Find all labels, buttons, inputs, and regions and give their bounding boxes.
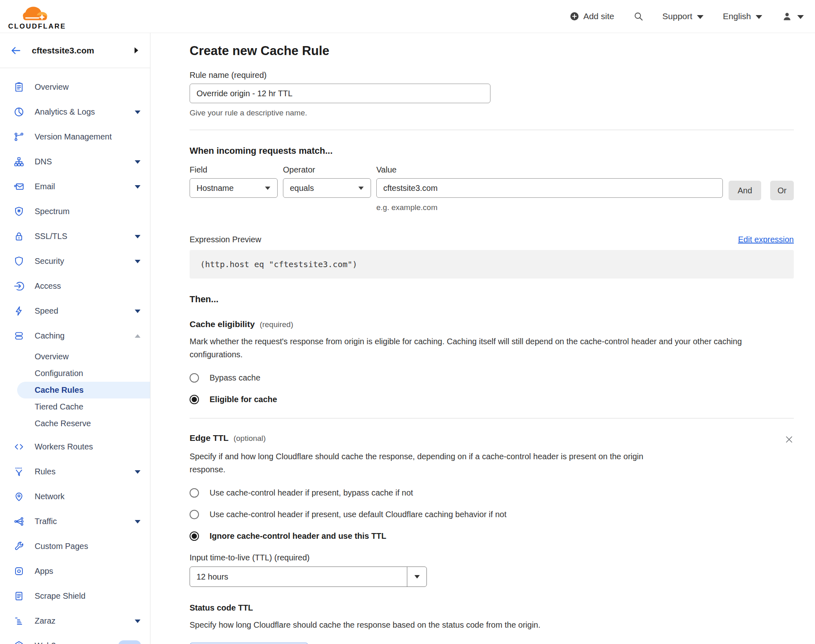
edit-expression-link[interactable]: Edit expression [738,235,794,244]
divider [190,418,794,418]
radio-unselected-icon[interactable] [190,488,199,498]
sidebar-item-spectrum[interactable]: Spectrum [0,199,150,224]
sidebar-item-web3[interactable]: Web3New [0,633,150,644]
field-select[interactable]: Hostname [190,178,278,198]
radio-option-ignore-cache-control-header-and-use-this-ttl[interactable]: Ignore cache-control header and use this… [190,531,794,541]
cloudflare-logo-text: CLOUDFLARE [8,23,66,30]
sidebar-item-label: SSL/TLS [35,232,134,241]
sidebar-item-apps[interactable]: Apps [0,559,150,584]
radio-unselected-icon[interactable] [190,373,199,383]
sidebar-item-security[interactable]: Security [0,249,150,274]
ttl-select[interactable]: 12 hours [190,567,427,587]
support-label: Support [663,11,693,21]
ttl-select-caret-button[interactable] [407,567,426,586]
sidebar-item-label: Spectrum [35,207,141,216]
sidebar-item-speed[interactable]: Speed [0,299,150,323]
sidebar-item-label: Zaraz [35,616,134,626]
close-icon[interactable] [784,435,794,444]
rule-name-input[interactable] [190,84,490,103]
radio-option-bypass-cache[interactable]: Bypass cache [190,373,794,383]
web3-hex-icon [13,640,24,644]
radio-label: Use cache-control header if present, use… [210,510,506,519]
git-branch-icon [13,131,24,143]
sidebar-item-caching-configuration[interactable]: Configuration [0,365,150,382]
sidebar-item-email[interactable]: Email [0,174,150,199]
add-site-label: Add site [583,11,614,21]
account-menu[interactable] [782,11,804,22]
sidebar-item-label: Apps [35,567,141,576]
sidebar-item-dns[interactable]: DNS [0,149,150,174]
sidebar-item-custom-pages[interactable]: Custom Pages [0,534,150,559]
share-nodes-icon [13,516,24,527]
language-menu[interactable]: English [723,11,763,21]
radio-option-use-cache-control-header-if-present-use-default-cloudflare-caching-behavior-if-not[interactable]: Use cache-control header if present, use… [190,510,794,519]
sidebar-item-analytics-logs[interactable]: Analytics & Logs [0,100,150,124]
match-heading: When incoming requests match... [190,146,794,156]
add-site-button[interactable]: Add site [570,11,614,21]
required-note: (required) [260,320,293,329]
chevron-up-icon [134,334,141,339]
sidebar-item-workers-routes[interactable]: Workers Routes [0,434,150,459]
radio-selected-icon[interactable] [190,531,199,541]
edge-ttl-heading: Edge TTL [190,433,229,443]
sidebar-item-label: Traffic [35,517,134,526]
sidebar-item-caching-cache-rules[interactable]: Cache Rules [17,382,150,398]
sidebar-item-access[interactable]: Access [0,274,150,299]
match-row: Field Hostname Operator equals [190,165,794,212]
sidebar-item-label: Scrape Shield [35,591,141,601]
optional-note: (optional) [234,434,266,443]
ttl-label: Input time-to-live (TTL) (required) [190,553,794,562]
rule-name-help: Give your rule a descriptive name. [190,108,794,117]
value-input[interactable] [376,178,723,198]
sidebar-item-caching-tiered-cache[interactable]: Tiered Cache [0,398,150,415]
sidebar-item-version-management[interactable]: Version Management [0,124,150,149]
sidebar-item-zaraz[interactable]: Zaraz [0,609,150,633]
sidebar-item-rules[interactable]: Rules [0,459,150,484]
radio-label: Ignore cache-control header and use this… [210,531,386,541]
back-arrow-icon[interactable] [10,44,22,57]
page-title: Create new Cache Rule [190,44,794,58]
sidebar-item-label: Analytics & Logs [35,107,134,117]
sidebar-item-traffic[interactable]: Traffic [0,509,150,534]
sidebar-item-label: Security [35,257,134,266]
pie-chart-icon [13,106,24,118]
new-badge: New [118,640,141,644]
sidebar-item-network[interactable]: Network [0,484,150,509]
map-pin-icon [13,491,24,502]
sidebar-item-label: Workers Routes [35,442,141,451]
sidebar-item-caching-cache-reserve[interactable]: Cache Reserve [0,415,150,432]
and-button[interactable]: And [729,181,761,200]
shield-asterisk-icon [13,206,24,217]
sidebar-item-label: Caching [35,331,134,341]
search-button[interactable] [633,11,644,22]
sidebar-item-label: Custom Pages [35,542,141,551]
then-heading: Then... [190,294,794,305]
sidebar-item-label: Rules [35,467,134,476]
operator-select[interactable]: equals [283,178,371,198]
chevron-down-icon [134,619,141,624]
chevron-down-icon [134,234,141,239]
sidebar-item-caching[interactable]: Caching [0,323,150,348]
chevron-down-icon [358,186,364,190]
sidebar-item-caching-overview[interactable]: Overview [0,348,150,365]
funnel-icon [13,466,24,478]
radio-selected-icon[interactable] [190,395,199,404]
sidebar-item-scrape-shield[interactable]: Scrape Shield [0,584,150,609]
cache-eligibility-description: Mark whether the request's response from… [190,335,794,361]
or-button[interactable]: Or [770,181,794,200]
operator-select-value: equals [290,184,314,193]
site-name: cftestsite3.com [32,46,124,55]
sidebar: cftestsite3.com OverviewAnalytics & Logs… [0,33,150,644]
chevron-down-icon [134,159,141,164]
clipboard-icon [13,82,24,93]
sidebar-item-overview[interactable]: Overview [0,75,150,100]
radio-unselected-icon[interactable] [190,510,199,519]
sidebar-item-ssl-tls[interactable]: SSL/TLS [0,224,150,249]
chevron-down-icon [797,14,804,20]
main-content: Create new Cache Rule Rule name (require… [150,33,815,644]
support-menu[interactable]: Support [663,11,705,21]
site-switcher-expand-icon[interactable] [133,46,139,54]
cache-eligibility-options: Bypass cacheEligible for cache [190,373,794,404]
radio-option-use-cache-control-header-if-present-bypass-cache-if-not[interactable]: Use cache-control header if present, byp… [190,488,794,498]
radio-option-eligible-for-cache[interactable]: Eligible for cache [190,395,794,404]
